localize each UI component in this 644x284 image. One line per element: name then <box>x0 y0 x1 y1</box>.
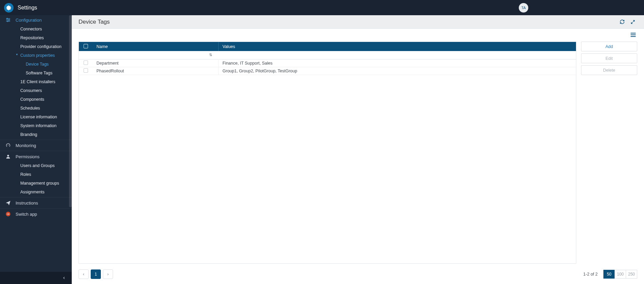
select-all-header[interactable] <box>79 42 92 51</box>
sidebar-item-custom-properties[interactable]: Custom properties <box>0 51 72 60</box>
sidebar-collapse[interactable] <box>0 272 72 284</box>
actions-panel: Add Edit Delete <box>581 42 637 264</box>
sidebar-label: Monitoring <box>16 143 36 148</box>
sidebar-scrollbar[interactable] <box>69 15 72 207</box>
cell-name: Department <box>92 59 218 67</box>
sidebar-item-roles[interactable]: Roles <box>0 170 72 179</box>
app-gears-icon <box>4 3 14 13</box>
filter-cell-values[interactable] <box>218 51 576 59</box>
sidebar-item-license[interactable]: License information <box>0 113 72 121</box>
menu-icon <box>630 31 637 38</box>
sidebar: Configuration Connectors Repositories Pr… <box>0 15 72 284</box>
pager-page-1[interactable]: 1 <box>91 269 101 279</box>
table-row[interactable]: PhasedRollout Group1, Group2, PilotGroup… <box>79 67 576 75</box>
device-tags-table: Name Values ⇅ D <box>79 42 576 264</box>
add-button[interactable]: Add <box>581 42 637 51</box>
page-header: Device Tags <box>72 15 644 29</box>
cell-values: Finance, IT Support, Sales <box>218 59 576 67</box>
page-title: Device Tags <box>79 19 110 25</box>
row-checkbox[interactable] <box>84 61 88 65</box>
sidebar-item-device-tags[interactable]: Device Tags <box>0 60 72 69</box>
paper-plane-icon <box>5 200 12 206</box>
svg-point-4 <box>8 20 9 21</box>
user-icon <box>5 154 12 159</box>
pagesize-50[interactable]: 50 <box>603 270 615 279</box>
sidebar-item-repositories[interactable]: Repositories <box>0 33 72 42</box>
edit-button[interactable]: Edit <box>581 53 637 63</box>
sidebar-section-monitoring[interactable]: Monitoring <box>0 141 72 150</box>
pager-info: 1-2 of 2 <box>583 272 598 277</box>
expand-icon <box>630 20 635 24</box>
svg-point-3 <box>7 18 8 19</box>
sidebar-item-provider[interactable]: Provider configuration <box>0 42 72 51</box>
sidebar-item-consumers[interactable]: Consumers <box>0 86 72 95</box>
svg-point-5 <box>7 21 8 22</box>
sidebar-item-assignments[interactable]: Assignments <box>0 188 72 196</box>
pagesize-100[interactable]: 100 <box>615 270 626 279</box>
sort-icon[interactable]: ⇅ <box>209 53 212 57</box>
sidebar-section-configuration[interactable]: Configuration <box>0 15 72 25</box>
svg-point-6 <box>7 155 9 157</box>
sidebar-item-schedules[interactable]: Schedules <box>0 104 72 113</box>
chevron-left-icon <box>62 276 66 280</box>
sidebar-section-switch-app[interactable]: 1E Switch app <box>0 209 72 219</box>
more-menu-button[interactable] <box>630 31 637 39</box>
page-size-selector: 50 100 250 <box>604 270 637 279</box>
user-avatar[interactable]: TA <box>519 3 528 13</box>
column-header-name[interactable]: Name <box>92 42 218 51</box>
sidebar-item-branding[interactable]: Branding <box>0 130 72 139</box>
pager-prev[interactable]: ‹ <box>79 269 89 279</box>
table-row[interactable]: Department Finance, IT Support, Sales <box>79 59 576 67</box>
sidebar-item-components[interactable]: Components <box>0 95 72 104</box>
sidebar-section-permissions[interactable]: Permissions <box>0 152 72 161</box>
row-checkbox[interactable] <box>84 68 88 73</box>
sidebar-label: Configuration <box>16 18 42 23</box>
refresh-button[interactable] <box>618 18 626 26</box>
refresh-icon <box>620 19 625 24</box>
top-bar: Settings TA <box>0 0 644 15</box>
sidebar-item-connectors[interactable]: Connectors <box>0 25 72 33</box>
filter-cell-name[interactable]: ⇅ <box>92 51 218 59</box>
main-content: Device Tags <box>72 15 644 284</box>
column-header-values[interactable]: Values <box>218 42 576 51</box>
sidebar-item-software-tags[interactable]: Software Tags <box>0 69 72 77</box>
sliders-icon <box>5 17 12 23</box>
sidebar-item-mgmt-groups[interactable]: Management groups <box>0 179 72 188</box>
cell-name: PhasedRollout <box>92 67 218 75</box>
delete-button[interactable]: Delete <box>581 65 637 75</box>
sidebar-label: Switch app <box>16 212 37 217</box>
gauge-icon <box>5 143 12 148</box>
sidebar-label: Permissions <box>16 154 40 159</box>
app-title: Settings <box>18 5 37 11</box>
sidebar-item-users-groups[interactable]: Users and Groups <box>0 161 72 170</box>
svg-text:1E: 1E <box>7 213 9 215</box>
brand-1e-icon: 1E <box>5 211 12 217</box>
pager-next[interactable]: › <box>103 269 113 279</box>
expand-button[interactable] <box>628 18 637 26</box>
pagesize-250[interactable]: 250 <box>626 270 637 279</box>
sidebar-item-system[interactable]: System information <box>0 121 72 130</box>
cell-values: Group1, Group2, PilotGroup, TestGroup <box>218 67 576 75</box>
pagination: ‹ 1 › 1-2 of 2 50 100 250 <box>79 264 637 280</box>
sidebar-section-instructions[interactable]: Instructions <box>0 198 72 208</box>
sidebar-item-client-installers[interactable]: 1E Client installers <box>0 77 72 86</box>
sidebar-label: Instructions <box>16 200 38 206</box>
